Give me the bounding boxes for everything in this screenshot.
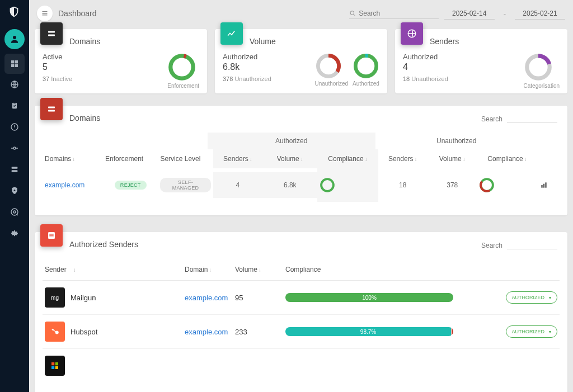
unauthorized-donut-label: Unauthorized bbox=[315, 81, 348, 87]
card-senders-title: Senders bbox=[430, 37, 560, 46]
un-compliance-donut bbox=[477, 168, 537, 202]
svg-point-12 bbox=[14, 190, 16, 191]
svg-rect-46 bbox=[55, 366, 58, 369]
sender-icon bbox=[45, 356, 65, 376]
group-authorized: Authorized bbox=[208, 133, 375, 149]
volume-badge-icon bbox=[220, 22, 243, 45]
sidebar bbox=[0, 0, 29, 392]
hubspot-icon bbox=[45, 322, 65, 342]
domains-search[interactable]: Search bbox=[481, 115, 557, 123]
domains-panel: Domains Search Authorized Unauthorized D… bbox=[35, 106, 567, 215]
domains-sub-label: Inactive bbox=[51, 75, 72, 82]
date-to-input[interactable] bbox=[515, 8, 565, 20]
nav-server[interactable] bbox=[0, 159, 29, 180]
mailgun-icon: mg bbox=[45, 287, 65, 308]
col-un-compliance[interactable]: Compliance↓ bbox=[477, 149, 537, 168]
senders-panel: Authorized Senders Search Sender↓ Domain… bbox=[35, 232, 567, 392]
categorisation-donut-icon bbox=[524, 53, 553, 82]
logo-icon bbox=[8, 6, 21, 19]
svg-point-21 bbox=[171, 56, 193, 78]
card-volume-title: Volume bbox=[250, 37, 379, 46]
senders-panel-icon bbox=[40, 224, 63, 247]
senders-stat-label: Authorized bbox=[403, 53, 448, 61]
svg-rect-44 bbox=[55, 362, 58, 365]
col-sender[interactable]: Sender↓ bbox=[43, 259, 182, 280]
auth-volume-value: 6.8k bbox=[262, 172, 317, 198]
nav-dashboard[interactable] bbox=[4, 54, 25, 74]
auth-senders-value: 4 bbox=[213, 172, 262, 198]
svg-rect-15 bbox=[43, 11, 48, 12]
nav-user[interactable] bbox=[4, 29, 25, 49]
main-content: Dashboard - Domains Active 5 bbox=[29, 0, 573, 392]
sender-volume: 95 bbox=[233, 287, 283, 309]
svg-point-0 bbox=[13, 36, 16, 39]
col-sender-volume[interactable]: Volume↓ bbox=[233, 259, 283, 280]
row-action-icon[interactable] bbox=[538, 172, 560, 198]
nav-shield[interactable] bbox=[0, 180, 29, 201]
compliance-bar: 98.7% bbox=[285, 327, 453, 336]
topbar: Dashboard - bbox=[35, 0, 567, 29]
nav-settings[interactable] bbox=[0, 223, 29, 244]
svg-point-14 bbox=[13, 211, 16, 213]
svg-rect-3 bbox=[11, 64, 14, 67]
status-dropdown[interactable]: AUTHORIZED ▾ bbox=[506, 325, 558, 338]
col-service-level[interactable]: Service Level bbox=[158, 149, 213, 168]
svg-point-9 bbox=[13, 147, 16, 149]
svg-rect-10 bbox=[12, 167, 18, 168]
card-volume: Volume Authorized 6.8k 378 Unauthorized bbox=[215, 29, 387, 93]
date-separator: - bbox=[500, 10, 509, 18]
col-auth-senders[interactable]: Senders↓ bbox=[213, 149, 262, 168]
page-title: Dashboard bbox=[58, 9, 97, 18]
senders-sub-n: 18 bbox=[403, 75, 410, 82]
svg-rect-30 bbox=[48, 107, 55, 108]
domains-stat-value: 5 bbox=[43, 62, 72, 72]
col-sender-compliance[interactable]: Compliance bbox=[283, 259, 498, 280]
chevron-down-icon: ▾ bbox=[549, 329, 551, 334]
senders-search-label: Search bbox=[481, 242, 502, 249]
sender-row: mg Mailgun example.com 95 100% AUTHORIZE… bbox=[43, 281, 560, 315]
enforcement-donut-icon bbox=[167, 53, 196, 82]
nav-commit[interactable] bbox=[0, 138, 29, 159]
col-enforcement[interactable]: Enforcement bbox=[103, 149, 158, 168]
un-volume-value: 378 bbox=[428, 172, 477, 198]
date-from-input[interactable] bbox=[444, 8, 495, 20]
volume-sub-n: 378 bbox=[223, 75, 233, 82]
sender-domain-link[interactable]: example.com bbox=[185, 328, 228, 336]
senders-search[interactable]: Search bbox=[481, 241, 557, 249]
search-input[interactable] bbox=[359, 10, 438, 17]
col-auth-volume[interactable]: Volume↓ bbox=[262, 149, 317, 168]
domains-search-input[interactable] bbox=[507, 115, 557, 123]
status-dropdown[interactable]: AUTHORIZED ▾ bbox=[506, 291, 558, 304]
global-search[interactable] bbox=[349, 8, 439, 19]
service-level-pill: SELF-MANAGED bbox=[160, 178, 210, 192]
nav-globe[interactable] bbox=[0, 74, 29, 95]
svg-rect-2 bbox=[15, 60, 18, 63]
svg-rect-4 bbox=[15, 64, 18, 67]
nav-eye[interactable] bbox=[0, 201, 29, 223]
card-domains: Domains Active 5 37 Inactive Enforcement bbox=[35, 29, 207, 93]
nav-clipboard[interactable] bbox=[0, 95, 29, 116]
nav-alert[interactable] bbox=[0, 116, 29, 138]
dashboard-icon bbox=[37, 6, 53, 21]
senders-badge-icon bbox=[401, 22, 423, 45]
col-un-senders[interactable]: Senders↓ bbox=[378, 149, 428, 168]
svg-rect-31 bbox=[48, 110, 55, 112]
svg-rect-16 bbox=[43, 13, 48, 14]
card-senders: Senders Authorized 4 18 Unauthorized Cat… bbox=[395, 29, 567, 93]
un-compliance-icon bbox=[479, 177, 495, 193]
col-un-volume[interactable]: Volume↓ bbox=[428, 149, 477, 168]
search-icon bbox=[349, 10, 356, 17]
col-sender-domain[interactable]: Domain↓ bbox=[182, 259, 233, 280]
volume-stat-label: Authorized bbox=[223, 53, 271, 61]
senders-search-input[interactable] bbox=[507, 241, 557, 249]
domain-link[interactable]: example.com bbox=[45, 181, 84, 189]
un-senders-value: 18 bbox=[378, 172, 428, 198]
svg-rect-17 bbox=[43, 15, 48, 16]
compliance-bar-fill: 100% bbox=[285, 293, 453, 302]
chevron-down-icon: ▾ bbox=[549, 295, 551, 300]
col-domains[interactable]: Domains↓ bbox=[43, 149, 103, 168]
col-auth-compliance[interactable]: Compliance↓ bbox=[317, 149, 378, 168]
auth-compliance-icon bbox=[320, 177, 335, 193]
sender-domain-link[interactable]: example.com bbox=[185, 294, 228, 302]
domain-row: example.com REJECT SELF-MANAGED 4 6.8k 1… bbox=[43, 168, 560, 202]
